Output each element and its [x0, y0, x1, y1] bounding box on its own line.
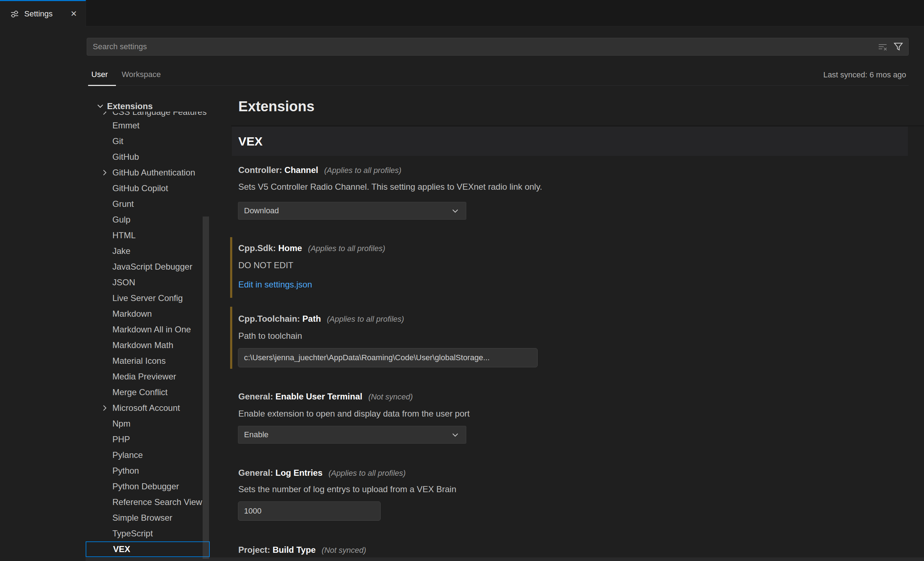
- setting-label-cpp-sdk-home: Cpp.Sdk: Home (Applies to all profiles): [238, 243, 385, 253]
- setting-description: Sets V5 Controller Radio Channel. This s…: [238, 182, 542, 192]
- filter-funnel-icon[interactable]: [893, 42, 903, 52]
- toc-item[interactable]: Microsoft Account: [86, 400, 210, 416]
- setting-label-controller-channel: Controller: Channel (Applies to all prof…: [238, 165, 401, 175]
- toc-item[interactable]: Npm: [86, 416, 210, 432]
- toc-item[interactable]: Markdown: [86, 306, 210, 322]
- modified-indicator: [230, 237, 232, 298]
- setting-label-log-entries: General: Log Entries (Applies to all pro…: [238, 468, 406, 478]
- toc-item[interactable]: TypeScript: [86, 526, 210, 542]
- last-synced-status: Last synced: 6 mos ago: [824, 70, 906, 80]
- toc-item[interactable]: GitHub Authentication: [86, 165, 210, 180]
- toc-item[interactable]: PHP: [86, 432, 210, 447]
- next-row-edge: [86, 557, 924, 561]
- toc-item[interactable]: Python: [86, 463, 210, 478]
- editor-tab-bar: [0, 0, 924, 26]
- toc-item[interactable]: Material Icons: [86, 353, 210, 369]
- log-entries-input[interactable]: [238, 501, 381, 521]
- toc-item[interactable]: GitHub: [86, 149, 210, 165]
- toc-scrollbar-thumb[interactable]: [202, 216, 209, 559]
- toc-item[interactable]: Markdown Math: [86, 338, 210, 353]
- toc-item[interactable]: Reference Search View: [86, 494, 210, 510]
- toc-item[interactable]: Simple Browser: [86, 510, 210, 526]
- tab-workspace[interactable]: Workspace: [122, 70, 161, 79]
- chevron-down-icon: [451, 430, 466, 439]
- setting-description: Enable extension to open and display dat…: [238, 409, 470, 419]
- toc-item[interactable]: Markdown All in One: [86, 322, 210, 338]
- toc-item[interactable]: Gulp: [86, 212, 210, 228]
- toc-item[interactable]: Jake: [86, 243, 210, 259]
- setting-label-project-build-type: Project: Build Type (Not synced): [238, 545, 366, 555]
- toc-item[interactable]: Merge Conflict: [86, 384, 210, 400]
- setting-description: DO NOT EDIT: [238, 260, 293, 270]
- scope-tabs-divider: [87, 85, 909, 86]
- toc-item[interactable]: Grunt: [86, 196, 210, 212]
- toc-root-extensions[interactable]: Extensions: [86, 92, 210, 112]
- toc-item-vex-selected[interactable]: VEX: [86, 542, 210, 557]
- toc-item[interactable]: HTML: [86, 228, 210, 243]
- clear-search-filter-icon[interactable]: [878, 42, 888, 52]
- close-icon[interactable]: ✕: [70, 9, 77, 18]
- section-header-vex[interactable]: VEX: [232, 127, 908, 156]
- setting-description: Path to toolchain: [238, 331, 302, 341]
- tab-settings[interactable]: Settings ✕: [0, 0, 86, 27]
- toc-item[interactable]: GitHub Copilot: [86, 180, 210, 196]
- toc-item[interactable]: JSON: [86, 274, 210, 290]
- divider: [231, 126, 924, 126]
- edit-in-settings-json-link[interactable]: Edit in settings.json: [238, 280, 312, 290]
- tab-title: Settings: [24, 9, 66, 18]
- toc-item[interactable]: Pylance: [86, 447, 210, 463]
- toolchain-path-input[interactable]: [238, 348, 538, 368]
- toc-item[interactable]: Emmet: [86, 118, 210, 134]
- chevron-down-icon: [451, 207, 466, 215]
- toc-item[interactable]: Media Previewer: [86, 369, 210, 384]
- select-enable-user-terminal[interactable]: Enable: [238, 426, 466, 444]
- setting-label-enable-user-terminal: General: Enable User Terminal (Not synce…: [238, 392, 413, 402]
- chevron-down-icon: [96, 102, 104, 110]
- chevron-right-icon: [100, 404, 108, 413]
- select-controller-channel[interactable]: Download: [238, 202, 466, 220]
- toc-item[interactable]: Git: [86, 134, 210, 149]
- tab-user[interactable]: User: [92, 70, 108, 79]
- toc-item[interactable]: JavaScript Debugger: [86, 259, 210, 274]
- search-input[interactable]: [87, 42, 878, 51]
- setting-description: Sets the number of log entrys to upload …: [238, 484, 456, 494]
- modified-indicator: [230, 307, 232, 369]
- search-bar: [87, 38, 909, 56]
- setting-label-cpp-toolchain-path: Cpp.Toolchain: Path (Applies to all prof…: [238, 314, 404, 324]
- page-title: Extensions: [238, 98, 314, 114]
- search-actions: [878, 42, 908, 52]
- chevron-right-icon: [100, 169, 108, 178]
- settings-sliders-icon: [10, 9, 19, 18]
- active-tab-underline: [88, 85, 116, 86]
- toc-item[interactable]: Python Debugger: [86, 478, 210, 494]
- settings-editor: Settings ✕ User Workspace: [0, 0, 924, 561]
- toc-item[interactable]: Live Server Config: [86, 290, 210, 306]
